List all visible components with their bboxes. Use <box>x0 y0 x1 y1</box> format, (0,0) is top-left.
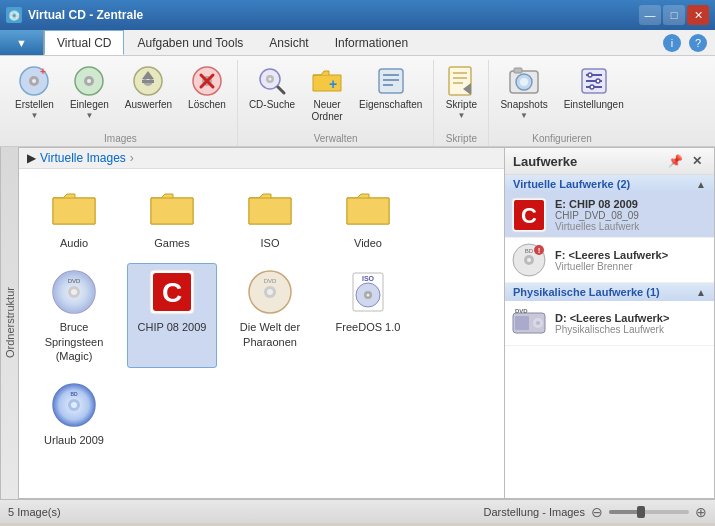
chip-disc-icon: C <box>148 268 196 316</box>
menu-logo[interactable]: ▼ <box>0 30 44 55</box>
verwalten-group-label: Verwalten <box>238 133 434 144</box>
physikalische-laufwerke-header[interactable]: Physikalische Laufwerke (1) ▲ <box>505 283 714 301</box>
erstellen-button[interactable]: + Erstellen ▼ <box>8 60 61 125</box>
drive-item-d[interactable]: DVD D: <Leeres Laufwerk> Physikalisches … <box>505 301 714 346</box>
zoom-plus-button[interactable]: ⊕ <box>695 504 707 520</box>
list-item[interactable]: Audio <box>29 179 119 255</box>
svg-text:ISO: ISO <box>362 275 375 282</box>
loeschen-icon <box>191 65 223 97</box>
breadcrumb: ▶ Virtuelle Images › <box>19 148 504 169</box>
info-icon[interactable]: i <box>663 34 681 52</box>
cdsuche-label: CD-Suche <box>249 99 295 111</box>
menu-item-virtualcd[interactable]: Virtual CD <box>44 30 124 55</box>
list-item[interactable]: BD Urlaub 2009 <box>29 376 119 452</box>
einlegen-icon <box>73 65 105 97</box>
file-label: Die Welt der Pharaonen <box>230 320 310 349</box>
minimize-button[interactable]: — <box>639 5 661 25</box>
svg-point-75 <box>536 321 540 325</box>
drive-d-name: D: <Leeres Laufwerk> <box>555 312 669 324</box>
svg-text:!: ! <box>538 246 541 255</box>
explorer-content: Audio Games <box>19 169 504 498</box>
zoom-minus-button[interactable]: ⊖ <box>591 504 603 520</box>
snapshots-label: Snapshots <box>500 99 547 111</box>
drive-item-f[interactable]: BD ! F: <Leeres Laufwerk> Virtueller Bre… <box>505 238 714 283</box>
svg-rect-31 <box>514 68 522 73</box>
list-item[interactable]: ISO <box>225 179 315 255</box>
svg-point-40 <box>590 85 594 89</box>
drive-e-sub: CHIP_DVD_08_09 <box>555 210 639 221</box>
einlegen-button[interactable]: Einlegen ▼ <box>63 60 116 125</box>
statusbar-left: 5 Image(s) <box>8 506 61 518</box>
toolbar-groups: + Erstellen ▼ Einlegen ▼ <box>4 60 711 146</box>
list-item[interactable]: DVD Bruce Springsteen (Magic) <box>29 263 119 368</box>
images-group-label: Images <box>4 133 237 144</box>
file-label: FreeDOS 1.0 <box>336 320 401 334</box>
skripte-arrow: ▼ <box>457 111 465 120</box>
file-label: Games <box>154 236 189 250</box>
eigenschaften-label: Eigenschaften <box>359 99 422 111</box>
drive-item-e[interactable]: C E: CHIP 08 2009 CHIP_DVD_08_09 Virtuel… <box>505 193 714 238</box>
images-buttons: + Erstellen ▼ Einlegen ▼ <box>8 60 233 125</box>
right-panel: Laufwerke 📌 ✕ Virtuelle Laufwerke (2) ▲ … <box>505 147 715 499</box>
list-item[interactable]: DVD Die Welt der Pharaonen <box>225 263 315 368</box>
toolbar-group-verwalten: CD-Suche + Neuer Ordner <box>238 60 435 146</box>
svg-point-6 <box>87 79 91 83</box>
svg-point-33 <box>520 78 528 86</box>
zoom-slider[interactable] <box>609 510 689 514</box>
konfigurieren-group-label: Konfigurieren <box>489 133 634 144</box>
drive-e-type: Virtuelles Laufwerk <box>555 221 639 232</box>
breadcrumb-separator: › <box>130 151 134 165</box>
drive-f-type: Virtueller Brenner <box>555 261 668 272</box>
burner-drive-icon: BD ! <box>511 242 547 278</box>
file-label: Bruce Springsteen (Magic) <box>34 320 114 363</box>
svg-point-44 <box>71 289 77 295</box>
cdsuche-button[interactable]: CD-Suche <box>242 60 302 116</box>
virtuelle-laufwerke-header[interactable]: Virtuelle Laufwerke (2) ▲ <box>505 175 714 193</box>
konfigurieren-buttons: Snapshots ▼ <box>493 60 630 125</box>
eigenschaften-icon <box>375 65 407 97</box>
list-item[interactable]: Video <box>323 179 413 255</box>
snapshots-button[interactable]: Snapshots ▼ <box>493 60 554 125</box>
cdsuche-icon <box>256 65 288 97</box>
svg-text:DVD: DVD <box>68 278 81 284</box>
chip-drive-icon: C <box>511 197 547 233</box>
menu-item-ansicht[interactable]: Ansicht <box>256 30 321 55</box>
svg-point-61 <box>71 402 77 408</box>
iso-disc-icon: ISO <box>344 268 392 316</box>
svg-rect-73 <box>515 316 529 330</box>
svg-text:C: C <box>521 203 537 228</box>
svg-point-39 <box>596 79 600 83</box>
folder-icon <box>344 184 392 232</box>
auswerfen-label: Auswerfen <box>125 99 172 111</box>
eigenschaften-button[interactable]: Eigenschaften <box>352 60 429 116</box>
close-button[interactable]: ✕ <box>687 5 709 25</box>
svg-text:DVD: DVD <box>515 308 528 314</box>
loeschen-button[interactable]: Löschen <box>181 60 233 116</box>
neuerordner-button[interactable]: + Neuer Ordner <box>304 60 350 128</box>
einstellungen-button[interactable]: Einstellungen <box>557 60 631 116</box>
chevron-up2-icon: ▲ <box>696 287 706 298</box>
maximize-button[interactable]: □ <box>663 5 685 25</box>
menu-item-aufgaben[interactable]: Aufgaben und Tools <box>124 30 256 55</box>
file-label: CHIP 08 2009 <box>138 320 207 334</box>
svg-text:C: C <box>162 277 182 308</box>
folder-icon <box>246 184 294 232</box>
breadcrumb-arrow: ▶ <box>27 151 36 165</box>
titlebar-left: 💿 Virtual CD - Zentrale <box>6 7 143 23</box>
folder-icon <box>50 184 98 232</box>
toolbar-group-images: + Erstellen ▼ Einlegen ▼ <box>4 60 238 146</box>
list-item[interactable]: Games <box>127 179 217 255</box>
list-item[interactable]: ISO FreeDOS 1.0 <box>323 263 413 368</box>
breadcrumb-link[interactable]: Virtuelle Images <box>40 151 126 165</box>
skripte-button[interactable]: Skripte ▼ <box>438 60 484 125</box>
einlegen-arrow: ▼ <box>85 111 93 120</box>
pin-icon[interactable]: 📌 <box>666 152 684 170</box>
skripte-label: Skripte <box>446 99 477 111</box>
menu-item-informationen[interactable]: Informationen <box>322 30 421 55</box>
list-item[interactable]: C CHIP 08 2009 <box>127 263 217 368</box>
help-icon[interactable]: ? <box>689 34 707 52</box>
panel-close-icon[interactable]: ✕ <box>688 152 706 170</box>
svg-rect-11 <box>142 80 154 83</box>
toolbar-group-konfigurieren: Snapshots ▼ <box>489 60 634 146</box>
auswerfen-button[interactable]: Auswerfen <box>118 60 179 116</box>
